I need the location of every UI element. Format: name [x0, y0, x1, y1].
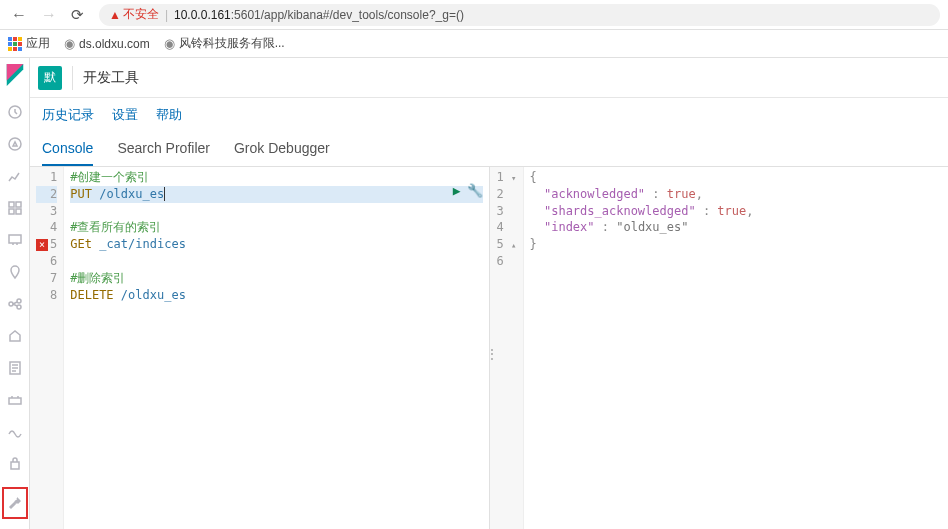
console-links: 历史记录 设置 帮助 — [30, 98, 948, 132]
nav-siem-icon[interactable] — [6, 455, 24, 473]
nav-devtools-icon[interactable] — [2, 487, 28, 519]
svg-point-9 — [17, 305, 21, 309]
request-editor[interactable]: 1234×5678 ▶ 🔧 #创建一个索引PUT /oldxu_es #查看所有… — [30, 167, 489, 529]
address-bar[interactable]: ▲ 不安全 | 10.0.0.161:5601/app/kibana#/dev_… — [99, 4, 940, 26]
browser-toolbar: ← → ⟳ ▲ 不安全 | 10.0.0.161:5601/app/kibana… — [0, 0, 948, 30]
back-arrow-icon[interactable]: ← — [8, 6, 30, 24]
nav-maps-icon[interactable] — [6, 263, 24, 281]
tab-grok-debugger[interactable]: Grok Debugger — [234, 140, 330, 166]
nav-dashboard-icon[interactable] — [6, 199, 24, 217]
svg-point-1 — [9, 138, 21, 150]
forward-arrow-icon[interactable]: → — [38, 6, 60, 24]
svg-rect-4 — [9, 209, 14, 214]
nav-uptime-icon[interactable] — [6, 423, 24, 441]
page-title: 开发工具 — [83, 69, 139, 87]
run-request-icon[interactable]: ▶ — [453, 182, 461, 200]
devtools-tabs: Console Search Profiler Grok Debugger — [30, 132, 948, 167]
settings-link[interactable]: 设置 — [112, 106, 138, 124]
history-link[interactable]: 历史记录 — [42, 106, 94, 124]
svg-rect-6 — [9, 235, 21, 243]
svg-point-8 — [17, 299, 21, 303]
request-actions-icon[interactable]: 🔧 — [467, 182, 483, 200]
help-link[interactable]: 帮助 — [156, 106, 182, 124]
tab-search-profiler[interactable]: Search Profiler — [117, 140, 210, 166]
bookmark-fengling[interactable]: ◉ 风铃科技服务有限... — [164, 35, 285, 52]
globe-icon: ◉ — [164, 36, 175, 51]
svg-rect-12 — [11, 462, 19, 469]
tab-console[interactable]: Console — [42, 140, 93, 166]
nav-apm-icon[interactable] — [6, 391, 24, 409]
response-viewer[interactable]: 1 ▾2 3 4 5 ▴6 { "acknowledged" : true, "… — [490, 167, 949, 529]
bookmark-ds[interactable]: ◉ ds.oldxu.com — [64, 36, 150, 51]
kibana-sidenav — [0, 58, 30, 529]
nav-discover-icon[interactable] — [6, 135, 24, 153]
svg-rect-3 — [16, 202, 21, 207]
nav-recent-icon[interactable] — [6, 103, 24, 121]
nav-ml-icon[interactable] — [6, 295, 24, 313]
not-secure-warning: ▲ 不安全 — [109, 6, 159, 23]
reload-icon[interactable]: ⟳ — [68, 6, 87, 24]
url-text: 10.0.0.161:5601/app/kibana#/dev_tools/co… — [174, 8, 464, 22]
nav-logs-icon[interactable] — [6, 359, 24, 377]
pane-splitter[interactable] — [489, 167, 490, 529]
apps-grid-icon — [8, 37, 22, 51]
globe-icon: ◉ — [64, 36, 75, 51]
apps-button[interactable]: 应用 — [8, 35, 50, 52]
url-divider: | — [165, 8, 168, 22]
svg-rect-2 — [9, 202, 14, 207]
bookmark-bar: 应用 ◉ ds.oldxu.com ◉ 风铃科技服务有限... — [0, 30, 948, 58]
svg-rect-11 — [9, 398, 21, 404]
nav-visualize-icon[interactable] — [6, 167, 24, 185]
app-badge: 默 — [38, 66, 62, 90]
app-header: 默 开发工具 — [30, 58, 948, 98]
nav-canvas-icon[interactable] — [6, 231, 24, 249]
svg-rect-5 — [16, 209, 21, 214]
svg-point-7 — [9, 302, 13, 306]
nav-infra-icon[interactable] — [6, 327, 24, 345]
kibana-logo-icon[interactable] — [6, 64, 24, 89]
